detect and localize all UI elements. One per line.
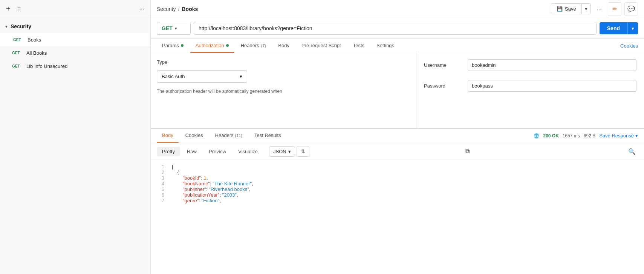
save-icon: 💾 xyxy=(557,6,563,12)
authorization-dot xyxy=(226,44,229,47)
headers-count: (7) xyxy=(261,43,266,48)
username-input[interactable] xyxy=(468,59,636,71)
method-chevron-icon: ▾ xyxy=(175,26,177,31)
cookies-link[interactable]: Cookies xyxy=(620,39,638,52)
response-tab-test-results[interactable]: Test Results xyxy=(249,129,286,143)
response-size: 692 B xyxy=(584,133,595,139)
format-tab-raw[interactable]: Raw xyxy=(182,147,202,156)
response-tab-headers[interactable]: Headers (11) xyxy=(210,129,248,143)
add-collection-button[interactable]: + xyxy=(5,3,12,15)
tab-settings-label: Settings xyxy=(376,43,394,48)
method-value: GET xyxy=(162,25,173,31)
json-format-select[interactable]: JSON ▾ xyxy=(269,146,295,157)
method-badge-all-books: GET xyxy=(12,51,23,55)
sidebar-more-button[interactable]: ··· xyxy=(138,4,146,14)
send-button-group: Send ▾ xyxy=(600,22,638,34)
collection-chevron-icon: ▼ xyxy=(5,25,8,29)
code-line-4: 4 "bookName": "The Kite Runner", xyxy=(157,181,638,186)
code-line-1: 1 [ xyxy=(157,164,638,169)
response-tab-body[interactable]: Body xyxy=(157,129,179,143)
auth-right-panel: Username Password xyxy=(416,53,644,128)
code-line-3: 3 "bookId": 1, xyxy=(157,175,638,181)
code-line-6: 6 "publicationYear": "2003", xyxy=(157,192,638,198)
tab-prerequest-label: Pre-request Script xyxy=(301,43,341,48)
save-dropdown-button[interactable]: ▾ xyxy=(581,4,590,14)
sidebar-collection-section: ▼ Security GET Books GET All Books GET L… xyxy=(0,18,150,74)
tab-body-label: Body xyxy=(278,43,289,48)
save-response-button[interactable]: Save Response ▾ xyxy=(599,133,638,139)
sidebar-collection-security[interactable]: ▼ Security xyxy=(0,20,150,33)
json-format-chevron-icon: ▾ xyxy=(288,149,291,154)
password-label: Password xyxy=(424,83,462,89)
auth-type-value: Basic Auth xyxy=(162,74,185,79)
url-bar: GET ▾ Send ▾ xyxy=(151,18,644,39)
sidebar-item-label-all-books: All Books xyxy=(26,50,47,56)
auth-type-select[interactable]: Basic Auth ▾ xyxy=(157,70,247,83)
filter-results-button[interactable]: ⇅ xyxy=(297,146,309,157)
send-dropdown-button[interactable]: ▾ xyxy=(627,22,638,34)
sidebar-item-label-lib-info: Lib Info Unsecured xyxy=(26,63,67,69)
request-tabs: Params Authorization Headers (7) Body Pr… xyxy=(151,39,644,53)
tab-authorization[interactable]: Authorization xyxy=(190,39,234,53)
topbar: Security / Books 💾 Save ▾ ··· ✏ 💬 xyxy=(151,0,644,18)
response-time: 1657 ms xyxy=(563,133,580,139)
breadcrumb: Security / Books xyxy=(157,6,198,12)
copy-button[interactable]: ⧉ xyxy=(463,146,472,156)
url-input[interactable] xyxy=(194,22,597,35)
code-line-7: 7 "genre": "Fiction", xyxy=(157,198,638,203)
edit-button[interactable]: ✏ xyxy=(608,2,621,16)
format-bar: Pretty Raw Preview Visualize JSON ▾ ⇅ ⧉ … xyxy=(151,143,644,160)
topbar-more-button[interactable]: ··· xyxy=(594,4,605,14)
breadcrumb-parent: Security xyxy=(157,6,176,12)
sidebar-item-lib-info[interactable]: GET Lib Info Unsecured xyxy=(0,60,150,73)
tab-tests-label: Tests xyxy=(353,43,364,48)
tab-prerequest[interactable]: Pre-request Script xyxy=(296,39,346,53)
tab-params[interactable]: Params xyxy=(157,39,189,53)
format-tab-visualize[interactable]: Visualize xyxy=(233,147,263,156)
search-button[interactable]: 🔍 xyxy=(626,146,638,157)
response-tab-cookies[interactable]: Cookies xyxy=(180,129,208,143)
method-select[interactable]: GET ▾ xyxy=(157,22,191,35)
password-input[interactable] xyxy=(468,80,636,92)
response-meta: 🌐 200 OK 1657 ms 692 B Save Response ▾ xyxy=(534,133,638,139)
auth-type-chevron-icon: ▾ xyxy=(240,74,242,79)
params-dot xyxy=(181,44,184,47)
sidebar-toolbar: + ≡ ··· xyxy=(0,0,150,18)
auth-type-label: Type xyxy=(157,59,410,65)
username-label: Username xyxy=(424,62,462,68)
sidebar-item-label-books: Books xyxy=(28,37,41,43)
response-area: Body Cookies Headers (11) Test Results 🌐… xyxy=(151,129,644,274)
send-button[interactable]: Send xyxy=(600,22,627,34)
tab-params-label: Params xyxy=(162,43,179,48)
method-badge-books: GET xyxy=(13,38,24,42)
comment-button[interactable]: 💬 xyxy=(624,2,638,16)
format-tab-preview[interactable]: Preview xyxy=(203,147,231,156)
tab-settings[interactable]: Settings xyxy=(371,39,399,53)
sidebar-item-all-books[interactable]: GET All Books xyxy=(0,46,150,60)
auth-description: The authorization header will be automat… xyxy=(157,88,410,95)
collection-name: Security xyxy=(11,23,31,29)
topbar-actions: 💾 Save ▾ ··· ✏ 💬 xyxy=(551,2,638,16)
edit-icon: ✏ xyxy=(612,5,617,12)
sidebar-item-books[interactable]: GET Books xyxy=(0,33,150,46)
tab-authorization-label: Authorization xyxy=(196,43,224,48)
format-tab-pretty[interactable]: Pretty xyxy=(157,147,180,156)
globe-icon: 🌐 xyxy=(534,133,539,139)
save-label: Save xyxy=(565,6,576,12)
auth-password-field: Password xyxy=(424,80,636,92)
tab-body[interactable]: Body xyxy=(273,39,295,53)
save-response-chevron-icon: ▾ xyxy=(635,133,638,139)
sidebar: + ≡ ··· ▼ Security GET Books GET All Boo… xyxy=(0,0,151,274)
auth-username-field: Username xyxy=(424,59,636,71)
filter-button[interactable]: ≡ xyxy=(16,4,22,14)
response-tabs: Body Cookies Headers (11) Test Results 🌐… xyxy=(151,129,644,143)
tab-headers[interactable]: Headers (7) xyxy=(236,39,272,53)
save-response-label: Save Response xyxy=(599,133,634,139)
main-panel: Security / Books 💾 Save ▾ ··· ✏ 💬 GET xyxy=(151,0,644,274)
save-button[interactable]: 💾 Save xyxy=(551,4,581,14)
code-viewer: 1 [ 2 { 3 "bookId": 1, 4 "bookName": "Th… xyxy=(151,160,644,274)
code-line-5: 5 "publisher": "Riverhead books", xyxy=(157,186,638,192)
auth-panel: Type Basic Auth ▾ The authorization head… xyxy=(151,53,644,129)
tab-tests[interactable]: Tests xyxy=(348,39,370,53)
breadcrumb-current: Books xyxy=(182,6,198,12)
